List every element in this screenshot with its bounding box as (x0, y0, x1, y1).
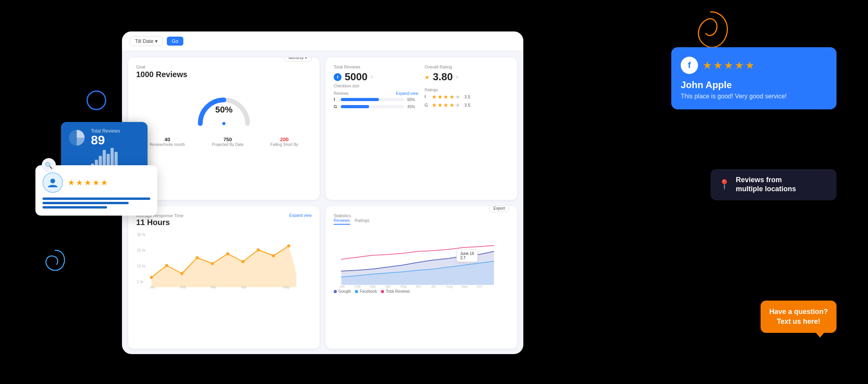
statistics-panel: Statistics Reviews Ratings Export (326, 206, 517, 349)
blue-circle-decoration (87, 90, 106, 110)
date-filter-label: Till Date (135, 38, 153, 44)
export-button[interactable]: Export (489, 206, 509, 212)
review-line-1 (42, 198, 150, 200)
google-bar-label: G (334, 104, 338, 109)
g-star-1: ★ (432, 102, 437, 108)
avg-response-value: 11 Hours (136, 218, 183, 227)
g-star-4: ★ (449, 102, 454, 108)
tooltip-value: 3.7 (460, 256, 474, 260)
total-reviews-sub-panel: Total Reviews f 5000 ↑ Checkbox size Rev… (334, 65, 418, 193)
fb-star-5: ★ (745, 59, 754, 72)
review-line-3 (42, 206, 107, 209)
google-bar-fill (341, 105, 369, 108)
facebook-bar-track (341, 98, 404, 101)
expand-response-link[interactable]: Expand view (289, 213, 312, 218)
locations-line2: multiple locations (736, 185, 796, 193)
google-rating-value: 3.5 (464, 103, 470, 107)
gauge-percent: 50% (215, 105, 233, 115)
search-icon-badge: 🔍 (42, 158, 56, 172)
date-filter-button[interactable]: Till Date ▾ (130, 36, 163, 46)
google-legend-label: Google (338, 289, 351, 294)
chart-tooltip: June 16 3.7 (456, 249, 478, 262)
go-button[interactable]: Go (167, 37, 183, 46)
fb-star-4: ★ (449, 94, 454, 100)
svg-point-10 (226, 252, 229, 255)
tooltip-date: June 16 (460, 251, 474, 256)
review-invite-value: 40 (150, 137, 185, 142)
locations-card: 📍 Reviews from multiple locations (711, 169, 837, 200)
svg-text:Jan: Jan (340, 284, 345, 288)
google-legend-dot (334, 290, 337, 293)
monthly-label: Monthly (288, 57, 304, 60)
svg-text:Jun: Jun (416, 284, 421, 288)
avg-response-chart: 30 hr 20 hr 10 hr 1 hr (136, 230, 312, 289)
question-card[interactable]: Have a question? Text us here! (761, 301, 837, 333)
total-reviews-card-number: 89 (91, 134, 120, 146)
rating-star-icon: ★ (425, 74, 430, 80)
facebook-bar-label: f (334, 97, 338, 102)
legend-total-reviews: Total Reviews (381, 289, 410, 294)
goal-label: Goal (136, 65, 187, 69)
gauge-container: 50% (136, 82, 312, 133)
facebook-legend-dot (355, 290, 358, 293)
svg-point-8 (196, 256, 199, 259)
total-reviews-legend-dot (381, 290, 384, 293)
svg-point-11 (242, 260, 245, 263)
google-rating-label: G (425, 103, 429, 107)
falling-short-value: 200 (270, 137, 298, 142)
overall-rating-value-row: ★ 3.80 ↑ (425, 71, 509, 83)
svg-point-12 (257, 248, 260, 251)
change-size-label: Checkbox size (334, 84, 418, 88)
facebook-legend-label: Facebook (360, 289, 377, 294)
svg-point-14 (287, 244, 290, 247)
review-line-2 (42, 202, 129, 204)
facebook-rating-row: f ★ ★ ★ ★ ★ 3.5 (425, 94, 509, 100)
question-line1: Have a question? (769, 308, 828, 316)
fb-star-3: ★ (443, 94, 449, 100)
chart-legend: Google Facebook Total Reviews (334, 289, 509, 294)
profile-star-1: ★ (68, 178, 75, 187)
facebook-rating-label: f (425, 94, 429, 99)
legend-google: Google (334, 289, 351, 294)
svg-text:Apr: Apr (241, 285, 247, 289)
monthly-button[interactable]: Monthly ▾ (284, 57, 312, 62)
svg-point-32 (50, 179, 55, 183)
facebook-bar-pct: 60% (407, 98, 418, 102)
svg-text:10 hr: 10 hr (137, 264, 146, 268)
trend-arrow: ↑ (371, 74, 373, 80)
svg-text:Oct: Oct (477, 284, 482, 288)
svg-point-0 (222, 122, 225, 125)
svg-point-7 (180, 272, 183, 275)
fb-star-2: ★ (713, 59, 722, 72)
reviews-rating-panel: Total Reviews f 5000 ↑ Checkbox size Rev… (326, 57, 517, 200)
profile-star-3: ★ (84, 178, 91, 187)
fb-star-2: ★ (438, 94, 443, 100)
g-star-3: ★ (443, 102, 449, 108)
fb-star-5: ★ (455, 94, 460, 100)
total-reviews-value-row: f 5000 ↑ (334, 71, 418, 83)
overall-rating-number: 3.80 (433, 71, 453, 83)
svg-point-9 (211, 262, 214, 265)
fb-review-stars: ★ ★ ★ ★ ★ (703, 59, 754, 72)
overall-rating-label: Overall Rating (425, 65, 509, 69)
svg-text:Feb: Feb (355, 284, 360, 288)
expand-reviews-link[interactable]: Expand view (396, 91, 418, 96)
svg-text:Sep: Sep (462, 284, 468, 288)
tab-ratings[interactable]: Ratings (355, 218, 369, 225)
dashboard-body: Goal 1000 Reviews Monthly ▾ 50% (122, 51, 523, 354)
total-reviews-pie-icon (67, 128, 86, 149)
svg-text:Apr: Apr (385, 284, 391, 288)
svg-point-5 (150, 276, 153, 279)
fb-reviewer-name: John Apple (681, 79, 827, 90)
svg-text:Feb: Feb (180, 285, 186, 289)
facebook-platform-icon: f (681, 57, 698, 74)
fb-card-header: f ★ ★ ★ ★ ★ (681, 57, 827, 74)
g-star-5: ★ (455, 102, 460, 108)
tab-reviews[interactable]: Reviews (334, 218, 350, 225)
facebook-review-card: f ★ ★ ★ ★ ★ John Apple This place is goo… (671, 47, 837, 109)
profile-star-4: ★ (92, 178, 100, 187)
question-line2: Text us here! (777, 318, 820, 325)
ratings-col-label: Ratings (425, 88, 438, 92)
google-bar-pct: 45% (407, 105, 418, 109)
avg-response-panel: Average Response Time 11 Hours Expand vi… (128, 206, 319, 349)
